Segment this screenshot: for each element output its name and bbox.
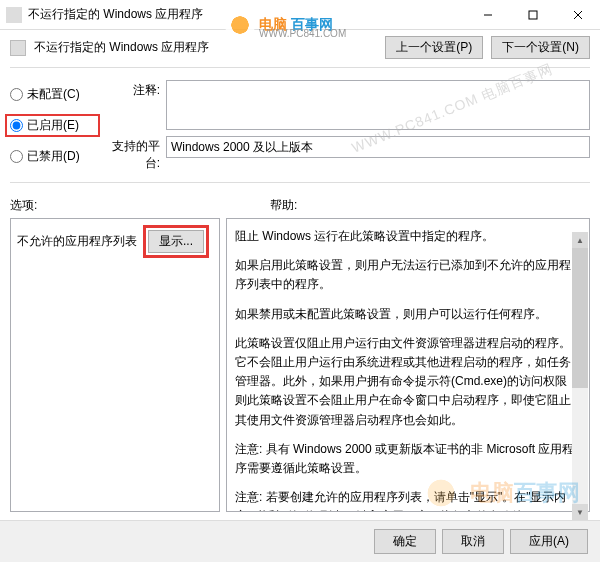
help-p2: 如果启用此策略设置，则用户无法运行已添加到不允许的应用程序列表中的程序。 (235, 256, 581, 294)
help-label: 帮助: (270, 197, 590, 214)
footer: 确定 取消 应用(A) (0, 520, 600, 562)
help-p3: 如果禁用或未配置此策略设置，则用户可以运行任何程序。 (235, 305, 581, 324)
fields-column: 注释: 支持的平台: Windows 2000 及以上版本 (105, 80, 590, 172)
svg-rect-1 (529, 11, 537, 19)
titlebar-buttons (465, 0, 600, 30)
policy-icon (10, 40, 26, 56)
list-row: 不允许的应用程序列表 显示... (17, 225, 213, 258)
platform-label: 支持的平台: (105, 136, 160, 172)
help-p1: 阻止 Windows 运行在此策略设置中指定的程序。 (235, 227, 581, 246)
radio-enabled[interactable]: 已启用(E) (10, 117, 95, 134)
platform-row: 支持的平台: Windows 2000 及以上版本 (105, 136, 590, 172)
titlebar: 不运行指定的 Windows 应用程序 (0, 0, 600, 30)
radio-column: 未配置(C) 已启用(E) 已禁用(D) (10, 80, 95, 172)
header-title: 不运行指定的 Windows 应用程序 (34, 39, 377, 56)
options-label: 选项: (10, 197, 270, 214)
radio-enabled-input[interactable] (10, 119, 23, 132)
config-area: 未配置(C) 已启用(E) 已禁用(D) 注释: 支持的平台: Windows … (0, 76, 600, 180)
close-button[interactable] (555, 0, 600, 30)
scroll-down-button[interactable]: ▼ (572, 504, 588, 520)
help-p5: 注意: 具有 Windows 2000 或更新版本证书的非 Microsoft … (235, 440, 581, 478)
comment-textarea[interactable] (166, 80, 590, 130)
highlight-enabled: 已启用(E) (5, 114, 100, 137)
radio-not-configured-input[interactable] (10, 88, 23, 101)
maximize-button[interactable] (510, 0, 555, 30)
help-p4: 此策略设置仅阻止用户运行由文件资源管理器进程启动的程序。它不会阻止用户运行由系统… (235, 334, 581, 430)
radio-disabled[interactable]: 已禁用(D) (10, 148, 95, 165)
radio-disabled-label: 已禁用(D) (27, 148, 80, 165)
window-title: 不运行指定的 Windows 应用程序 (28, 6, 465, 23)
comment-label: 注释: (105, 80, 160, 99)
platform-readonly: Windows 2000 及以上版本 (166, 136, 590, 158)
ok-button[interactable]: 确定 (374, 529, 436, 554)
divider (10, 67, 590, 68)
radio-not-configured[interactable]: 未配置(C) (10, 86, 95, 103)
prev-setting-button[interactable]: 上一个设置(P) (385, 36, 483, 59)
radio-not-configured-label: 未配置(C) (27, 86, 80, 103)
cancel-button[interactable]: 取消 (442, 529, 504, 554)
help-scrollbar[interactable]: ▲ ▼ (572, 232, 588, 520)
help-panel[interactable]: 阻止 Windows 运行在此策略设置中指定的程序。 如果启用此策略设置，则用户… (226, 218, 590, 512)
section-labels: 选项: 帮助: (0, 191, 600, 218)
show-button[interactable]: 显示... (148, 230, 204, 253)
main-area: 不允许的应用程序列表 显示... 阻止 Windows 运行在此策略设置中指定的… (0, 218, 600, 518)
header-row: 不运行指定的 Windows 应用程序 上一个设置(P) 下一个设置(N) (0, 30, 600, 65)
radio-enabled-label: 已启用(E) (27, 117, 79, 134)
highlight-show: 显示... (143, 225, 209, 258)
divider-2 (10, 182, 590, 183)
radio-disabled-input[interactable] (10, 150, 23, 163)
next-setting-button[interactable]: 下一个设置(N) (491, 36, 590, 59)
list-label: 不允许的应用程序列表 (17, 233, 137, 250)
scroll-thumb[interactable] (572, 248, 588, 388)
window-icon (6, 7, 22, 23)
help-p6: 注意: 若要创建允许的应用程序列表，请单击"显示"。在"显示内容"对话框的"值"… (235, 488, 581, 512)
apply-button[interactable]: 应用(A) (510, 529, 588, 554)
minimize-button[interactable] (465, 0, 510, 30)
options-panel: 不允许的应用程序列表 显示... (10, 218, 220, 512)
scroll-up-button[interactable]: ▲ (572, 232, 588, 248)
comment-row: 注释: (105, 80, 590, 130)
